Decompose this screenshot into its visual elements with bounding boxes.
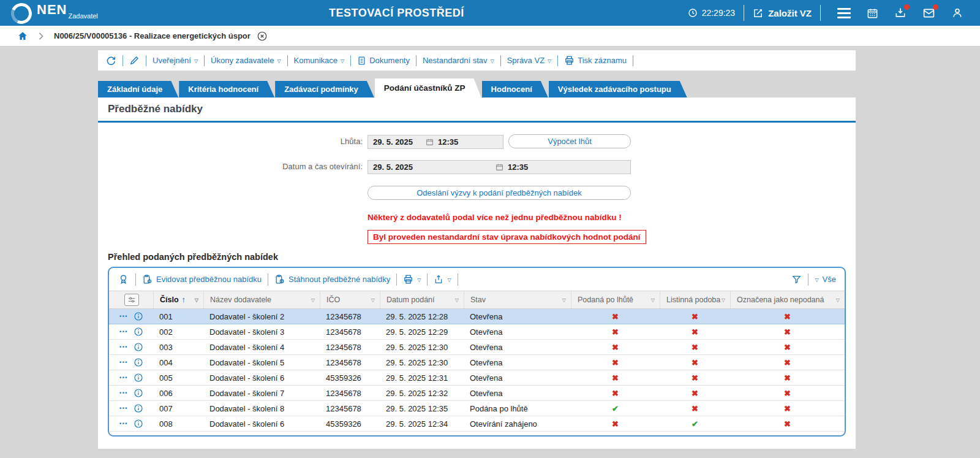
- menu-hamburger-icon[interactable]: [837, 8, 851, 18]
- vypocet-lhut-button[interactable]: Výpočet lhůt: [508, 134, 631, 148]
- info-icon[interactable]: [134, 327, 143, 337]
- calendar-small-icon[interactable]: [426, 138, 434, 146]
- clipboard-download-icon: [274, 274, 285, 284]
- toolbar-item-sprava-vz[interactable]: Správa VZ▽: [507, 56, 552, 65]
- lhuta-field[interactable]: 29. 5. 2025 12:35: [368, 135, 503, 149]
- info-icon[interactable]: [134, 342, 143, 352]
- filter-dropdown-icon[interactable]: ▽: [722, 298, 725, 303]
- calendar-icon[interactable]: [867, 7, 878, 19]
- award-rosette-icon[interactable]: [118, 273, 129, 285]
- column-header-nazev-dodavatele[interactable]: Název dodavatele▽: [203, 291, 320, 308]
- table-row[interactable]: ••• 003 Dodavatel - školení 4 12345678 2…: [109, 340, 845, 355]
- flag-listinna-podoba: ✖: [660, 312, 730, 321]
- oteviani-field[interactable]: 29. 5. 2025 12:35: [368, 160, 631, 174]
- dropdown-icon: ▽: [815, 278, 818, 283]
- column-header-datum-podani[interactable]: Datum podání▽: [380, 291, 464, 308]
- nen-logo[interactable]: NEN Zadavatel: [11, 2, 98, 24]
- tab-podani-ucastniku-zp[interactable]: Podání účastníků ZP: [375, 78, 481, 97]
- column-header-stav[interactable]: Stav▽: [464, 291, 571, 308]
- flag-podana-po-lhute: ✔: [571, 404, 660, 413]
- info-icon[interactable]: [134, 419, 143, 429]
- column-header-oznacena-jako-nepodana[interactable]: Označena jako nepodaná▽: [730, 291, 845, 308]
- calendar-small-icon[interactable]: [496, 163, 503, 171]
- toolbar-item-dokumenty[interactable]: Dokumenty: [357, 56, 410, 66]
- table-row[interactable]: ••• 004 Dodavatel - školení 5 12345678 2…: [109, 355, 845, 370]
- cell-datum: 29. 5. 2025 12:29: [380, 327, 464, 337]
- user-profile-icon[interactable]: [951, 7, 963, 19]
- toolbar-item-uverejneni[interactable]: Uveřejnění▽: [153, 56, 198, 65]
- filter-dropdown-icon[interactable]: ▽: [562, 298, 566, 303]
- filter-vse-select[interactable]: ▽ Vše: [815, 275, 836, 284]
- filter-dropdown-icon[interactable]: ▽: [371, 298, 375, 303]
- flag-listinna-podoba: ✖: [660, 358, 730, 367]
- tab-zadavaci-podminky[interactable]: Zadávací podmínky: [275, 81, 374, 97]
- table-row[interactable]: ••• 008 Dodavatel - školení 6 45359326 2…: [109, 416, 845, 432]
- filter-dropdown-icon[interactable]: ▽: [836, 298, 840, 303]
- filter-dropdown-icon[interactable]: ▽: [455, 298, 459, 303]
- cell-stav: Podána po lhůtě: [464, 404, 571, 413]
- divider: [820, 5, 821, 21]
- flag-podana-po-lhute: ✖: [571, 358, 660, 367]
- cell-datum: 29. 5. 2025 12:35: [380, 404, 464, 413]
- column-header-cislo[interactable]: Číslo ↑ ▽: [153, 291, 203, 308]
- cell-stav: Otevřena: [464, 389, 571, 398]
- column-header-listinna-podoba[interactable]: Listinná podoba▽: [660, 291, 730, 308]
- divider: [146, 55, 146, 66]
- flag-oznacena-nepodana: ✖: [730, 404, 845, 413]
- breadcrumb-item[interactable]: N006/25/V00005136 - Realizace energetick…: [54, 31, 251, 40]
- info-icon[interactable]: [134, 311, 143, 321]
- filter-dropdown-icon[interactable]: ▽: [651, 298, 655, 303]
- column-header-ico[interactable]: IČO▽: [320, 291, 380, 308]
- toolbar-item-nestandardni-stav[interactable]: Nestandardní stav▽: [423, 56, 494, 65]
- row-menu-icon[interactable]: •••: [119, 390, 128, 396]
- toolbar-item-ukony-zadavatele[interactable]: Úkony zadavatele▽: [211, 56, 281, 65]
- odeslani-vyzvy-button[interactable]: Odeslání výzvy k podání předběžných nabí…: [368, 186, 631, 200]
- row-menu-icon[interactable]: •••: [119, 313, 128, 319]
- row-menu-icon[interactable]: •••: [119, 329, 128, 335]
- evidovat-nabidku-button[interactable]: Evidovat předběžnou nabídku: [142, 274, 262, 284]
- edit-pencil-icon[interactable]: [129, 55, 140, 66]
- brand-name: NEN: [37, 2, 67, 18]
- column-header-podana-po-lhute[interactable]: Podaná po lhůtě▽: [571, 291, 660, 308]
- info-icon[interactable]: [134, 373, 143, 383]
- flag-podana-po-lhute: ✖: [571, 312, 660, 321]
- filter-dropdown-icon[interactable]: ▽: [311, 298, 315, 303]
- column-settings-icon[interactable]: [124, 294, 139, 306]
- tab-vysledek-zadavaciho-postupu[interactable]: Výsledek zadávacího postupu: [549, 81, 687, 97]
- table-row[interactable]: ••• 007 Dodavatel - školení 8 12345678 2…: [109, 401, 845, 416]
- downloads-tray-icon[interactable]: [894, 7, 907, 19]
- environment-title: TESTOVACÍ PROSTŘEDÍ: [329, 0, 464, 26]
- table-row[interactable]: ••• 005 Dodavatel - školení 6 45359326 2…: [109, 370, 845, 386]
- filter-dropdown-icon[interactable]: ▽: [195, 298, 198, 303]
- home-icon[interactable]: [17, 31, 28, 42]
- flag-oznacena-nepodana: ✖: [730, 419, 845, 429]
- table-row[interactable]: ••• 006 Dodavatel - školení 7 12345678 2…: [109, 386, 845, 401]
- row-menu-icon[interactable]: •••: [119, 375, 128, 381]
- tab-hodnoceni[interactable]: Hodnocení: [482, 81, 548, 97]
- table-row[interactable]: ••• 001 Dodavatel - školení 2 12345678 2…: [109, 309, 845, 324]
- stahnout-nabidky-button[interactable]: Stáhnout předběžné nabídky: [274, 274, 390, 284]
- export-button[interactable]: ▽: [434, 275, 451, 284]
- table-row[interactable]: ••• 002 Dodavatel - školení 3 12345678 2…: [109, 324, 845, 340]
- tab-zakladni-udaje[interactable]: Základní údaje: [98, 81, 178, 97]
- cell-ico: 12345678: [320, 343, 380, 352]
- row-menu-icon[interactable]: •••: [119, 344, 128, 350]
- create-vz-button[interactable]: Založit VZ: [753, 8, 812, 18]
- info-icon[interactable]: [134, 403, 143, 413]
- filter-funnel-icon[interactable]: [791, 274, 802, 284]
- row-menu-icon[interactable]: •••: [119, 359, 128, 365]
- row-menu-icon[interactable]: •••: [119, 421, 128, 427]
- row-menu-icon[interactable]: •••: [119, 405, 128, 411]
- close-record-icon[interactable]: [257, 31, 268, 42]
- print-table-button[interactable]: ▽: [403, 274, 421, 284]
- info-icon[interactable]: [134, 388, 143, 398]
- tab-kriteria-hodnoceni[interactable]: Kritéria hodnocení: [179, 81, 274, 97]
- flag-podana-po-lhute: ✖: [571, 419, 660, 429]
- divider: [500, 55, 501, 66]
- toolbar-item-tisk-zaznamu[interactable]: Tisk záznamu: [564, 55, 627, 66]
- messages-envelope-icon[interactable]: [922, 7, 935, 20]
- cell-stav: Otevřena: [464, 373, 571, 383]
- info-icon[interactable]: [134, 357, 143, 367]
- toolbar-item-komunikace[interactable]: Komunikace▽: [294, 56, 345, 65]
- history-undo-icon[interactable]: [105, 55, 116, 66]
